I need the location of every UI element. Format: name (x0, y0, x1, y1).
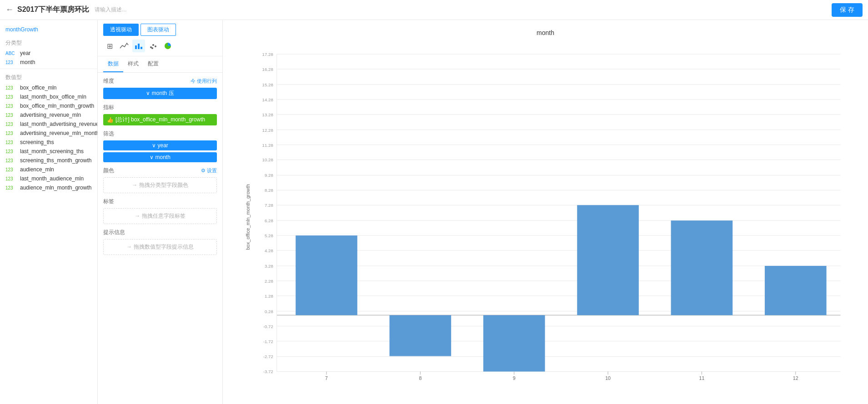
svg-text:-2.72: -2.72 (263, 354, 273, 359)
config-tabs: 数据 样式 配置 (98, 56, 222, 73)
categorical-fields: ABCyear123month (0, 49, 97, 67)
pie-chart-icon[interactable] (161, 40, 174, 52)
line-chart-icon[interactable] (118, 40, 130, 52)
dimension-section: 维度 今 使用行列 (103, 77, 217, 85)
svg-text:11: 11 (699, 375, 704, 381)
bar-month-9 (483, 315, 545, 372)
metric-icon: 👍 (107, 117, 114, 123)
svg-text:0.28: 0.28 (265, 309, 273, 314)
main-layout: monthGrowth 分类型 ABCyear123month 数值型 123b… (0, 20, 868, 404)
use-row-link[interactable]: 今 使用行列 (191, 78, 217, 85)
svg-text:15.28: 15.28 (262, 82, 273, 87)
field-last_month_advertising_revenue_mln[interactable]: 123last_month_advertising_revenue_mln (0, 120, 97, 129)
svg-text:13.28: 13.28 (262, 112, 273, 117)
chart-drive-tab[interactable]: 图表驱动 (140, 24, 176, 36)
svg-point-6 (151, 47, 153, 49)
field-audience_mln[interactable]: 123audience_mln (0, 165, 97, 174)
svg-text:9.28: 9.28 (265, 173, 273, 178)
bar-month-10 (577, 205, 639, 315)
svg-point-5 (155, 45, 156, 47)
field-last_month_box_office_mln[interactable]: 123last_month_box_office_mln (0, 92, 97, 101)
svg-rect-0 (135, 45, 137, 49)
bar-month-11 (671, 220, 733, 315)
table-chart-icon[interactable]: ⊞ (103, 40, 116, 52)
label-section: 标签 (103, 198, 217, 205)
tooltip-section: 提示信息 (103, 229, 217, 236)
category-section-title: 分类型 (0, 36, 97, 49)
color-label: 颜色 (103, 167, 114, 175)
color-set-link[interactable]: ⚙ 设置 (201, 167, 217, 174)
svg-text:12.28: 12.28 (262, 128, 273, 133)
save-button[interactable]: 保 存 (832, 3, 863, 17)
filter-label: 筛选 (103, 130, 114, 138)
tooltip-label: 提示信息 (103, 229, 125, 236)
middle-panel: 透视驱动 图表驱动 ⊞ 数据 样式 配置 维度 今 (98, 20, 223, 404)
monthgrowth-link[interactable]: monthGrowth (0, 25, 97, 36)
svg-text:-1.72: -1.72 (263, 339, 273, 344)
svg-text:8: 8 (419, 375, 421, 381)
svg-text:-0.72: -0.72 (263, 324, 273, 329)
svg-text:2.28: 2.28 (265, 279, 273, 284)
svg-text:4.28: 4.28 (265, 248, 273, 253)
field-last_month_screening_ths[interactable]: 123last_month_screening_ths (0, 147, 97, 156)
scatter-chart-icon[interactable] (147, 40, 160, 52)
filter-section: 筛选 (103, 130, 217, 138)
left-panel: monthGrowth 分类型 ABCyear123month 数值型 123b… (0, 20, 98, 404)
svg-text:14.28: 14.28 (262, 97, 273, 102)
config-content: 维度 今 使用行列 ∨ month 压 指标 👍 [总计] box_office… (98, 73, 222, 404)
field-month[interactable]: 123month (0, 58, 97, 67)
bar-month-7 (296, 235, 357, 315)
field-audience_mln_month_growth[interactable]: 123audience_mln_month_growth (0, 183, 97, 192)
topbar: ← S2017下半年票房环比 请输入描述... 保 存 (0, 0, 868, 20)
svg-text:16.28: 16.28 (262, 67, 273, 72)
svg-text:box_office_mln_month_growth: box_office_mln_month_growth (245, 184, 251, 250)
svg-rect-1 (138, 44, 140, 49)
label-label: 标签 (103, 198, 114, 205)
field-box_office_mln_month_growth[interactable]: 123box_office_mln_month_growth (0, 101, 97, 110)
svg-text:-3.72: -3.72 (263, 369, 273, 374)
page-title: S2017下半年票房环比 (17, 5, 89, 15)
svg-text:5.28: 5.28 (265, 233, 273, 238)
chart-title: month (232, 29, 859, 36)
field-advertising_revenue_mln_month_growth[interactable]: 123advertising_revenue_mln_month_growth (0, 129, 97, 138)
filter-year-tag[interactable]: ∨ year (103, 140, 217, 150)
metric-tag[interactable]: 👍 [总计] box_office_mln_month_growth (103, 114, 217, 125)
dimension-tag[interactable]: ∨ month 压 (103, 88, 217, 99)
svg-text:1.28: 1.28 (265, 294, 273, 299)
metric-tag-label: [总计] box_office_mln_month_growth (115, 116, 205, 124)
svg-text:10: 10 (605, 375, 611, 381)
color-section: 颜色 ⚙ 设置 (103, 167, 217, 175)
svg-rect-2 (140, 47, 142, 49)
style-tab[interactable]: 样式 (123, 56, 143, 72)
field-year[interactable]: ABCyear (0, 49, 97, 58)
bar-chart-icon[interactable] (132, 40, 145, 52)
visual-drive-tab[interactable]: 透视驱动 (103, 24, 139, 36)
page-description[interactable]: 请输入描述... (95, 6, 832, 14)
svg-text:3.28: 3.28 (265, 264, 273, 269)
tooltip-drop-zone[interactable]: → 拖拽数值型字段提示信息 (103, 239, 217, 255)
svg-text:17.28: 17.28 (262, 52, 273, 57)
dimension-label: 维度 (103, 77, 114, 85)
field-last_month_audience_mln[interactable]: 123last_month_audience_mln (0, 174, 97, 183)
data-tab[interactable]: 数据 (103, 56, 123, 72)
svg-text:9: 9 (513, 375, 516, 381)
field-advertising_revenue_mln[interactable]: 123advertising_revenue_mln (0, 110, 97, 120)
chart-panel: month box_office_mln_month_growth 17.28 … (223, 20, 868, 404)
config-tab[interactable]: 配置 (143, 56, 163, 72)
numeric-fields: 123box_office_mln123last_month_box_offic… (0, 83, 97, 192)
metric-label: 指标 (103, 104, 114, 111)
svg-text:7.28: 7.28 (265, 203, 273, 208)
filter-month-tag[interactable]: ∨ month (103, 152, 217, 162)
numeric-section-title: 数值型 (0, 69, 97, 83)
svg-point-4 (152, 44, 154, 46)
color-drop-zone[interactable]: → 拖拽分类型字段颜色 (103, 177, 217, 193)
chart-type-bar: ⊞ (98, 36, 222, 56)
chart-area: box_office_mln_month_growth 17.28 16.28 … (232, 41, 859, 393)
svg-text:7: 7 (325, 375, 328, 381)
field-box_office_mln[interactable]: 123box_office_mln (0, 83, 97, 92)
field-screening_ths[interactable]: 123screening_ths (0, 138, 97, 147)
svg-text:10.28: 10.28 (262, 157, 273, 162)
back-button[interactable]: ← (5, 5, 14, 15)
label-drop-zone[interactable]: → 拖拽任意字段标签 (103, 208, 217, 224)
field-screening_ths_month_growth[interactable]: 123screening_ths_month_growth (0, 156, 97, 165)
